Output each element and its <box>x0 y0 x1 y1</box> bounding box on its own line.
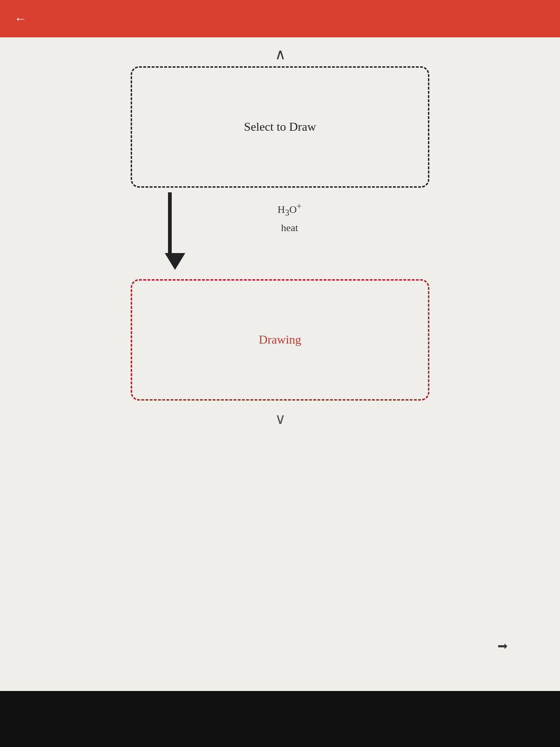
bottom-bar <box>0 691 560 747</box>
select-to-draw-box[interactable]: Select to Draw <box>131 66 429 188</box>
condition-heat: heat <box>281 222 298 234</box>
select-to-draw-label: Select to Draw <box>244 120 316 134</box>
cursor-indicator: ⮕ <box>497 641 509 654</box>
drawing-label: Drawing <box>259 333 301 347</box>
scroll-down-chevron[interactable]: ∨ <box>275 410 286 428</box>
scroll-up-chevron[interactable]: ∧ <box>275 47 286 62</box>
condition-h3o: H3O+ <box>278 202 301 218</box>
top-bar: ← <box>0 0 560 37</box>
arrow-head <box>165 253 185 270</box>
reaction-conditions: H3O+ heat <box>278 202 301 234</box>
reaction-arrow-section: H3O+ heat <box>131 192 429 270</box>
back-button[interactable]: ← <box>14 11 27 26</box>
drawing-box[interactable]: Drawing <box>131 279 429 401</box>
main-content: ∧ Select to Draw H3O+ heat Drawing ∨ <box>0 37 560 691</box>
arrow-line <box>168 192 172 253</box>
